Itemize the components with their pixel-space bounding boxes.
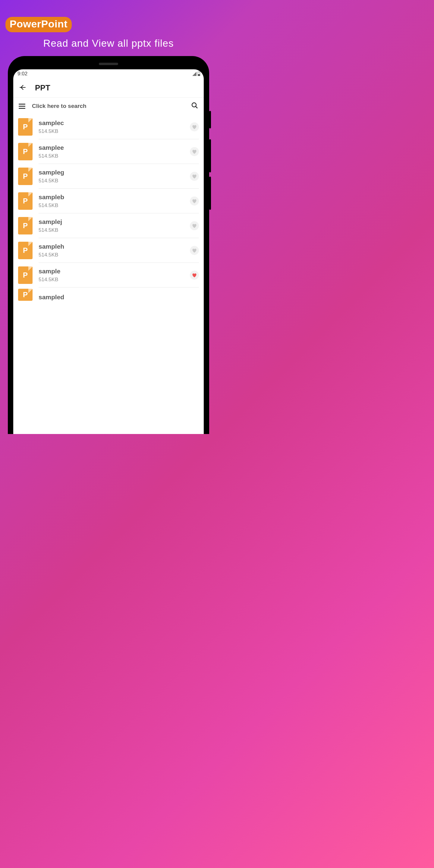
file-size: 514.5KB xyxy=(38,153,184,159)
search-placeholder[interactable]: Click here to search xyxy=(32,103,184,110)
file-list: P samplec 514.5KB P samplee 514.5KB xyxy=(13,115,204,301)
ppt-file-icon: P xyxy=(18,217,33,235)
file-name: samplej xyxy=(38,218,184,225)
svg-line-1 xyxy=(196,107,198,108)
battery-icon xyxy=(198,72,200,76)
file-name: sampleg xyxy=(38,169,184,176)
ppt-file-icon: P xyxy=(18,167,33,185)
app-badge-text: PowerPoint xyxy=(10,18,67,30)
favorite-button[interactable] xyxy=(190,122,199,131)
file-item[interactable]: P samplee 514.5KB xyxy=(18,139,199,164)
file-name: sampleb xyxy=(38,193,184,201)
file-item[interactable]: P samplec 514.5KB xyxy=(18,115,199,139)
ppt-file-icon: P xyxy=(18,289,33,301)
ppt-file-icon: P xyxy=(18,118,33,135)
phone-side-button xyxy=(209,111,211,128)
svg-point-0 xyxy=(192,103,196,107)
favorite-button[interactable] xyxy=(190,271,199,280)
back-arrow-icon[interactable] xyxy=(19,84,27,93)
file-item[interactable]: P sampleg 514.5KB xyxy=(18,164,199,189)
file-item[interactable]: P sampleb 514.5KB xyxy=(18,189,199,213)
file-item[interactable]: P samplej 514.5KB xyxy=(18,213,199,238)
file-size: 514.5KB xyxy=(38,128,184,134)
file-size: 514.5KB xyxy=(38,203,184,209)
file-item[interactable]: P sampleh 514.5KB xyxy=(18,238,199,263)
file-size: 514.5KB xyxy=(38,252,184,258)
hamburger-icon[interactable] xyxy=(19,104,25,109)
app-bar: PPT xyxy=(13,79,204,98)
file-name: sampleh xyxy=(38,243,184,250)
status-bar: 9:02 xyxy=(13,69,204,79)
favorite-button[interactable] xyxy=(190,221,199,230)
phone-frame: 9:02 PPT Click here to search P xyxy=(8,56,209,434)
status-indicators xyxy=(192,72,200,76)
search-icon[interactable] xyxy=(191,102,198,110)
file-size: 514.5KB xyxy=(38,178,184,184)
status-time: 9:02 xyxy=(17,71,27,77)
file-name: samplec xyxy=(38,119,184,127)
phone-speaker xyxy=(99,63,118,65)
ppt-file-icon: P xyxy=(18,143,33,160)
favorite-button[interactable] xyxy=(190,172,199,181)
appbar-title: PPT xyxy=(35,83,50,93)
signal-icon xyxy=(192,72,196,76)
file-size: 514.5KB xyxy=(38,277,184,283)
phone-screen: 9:02 PPT Click here to search P xyxy=(13,69,204,434)
file-name: samplee xyxy=(38,144,184,151)
search-row[interactable]: Click here to search xyxy=(13,98,204,115)
file-name: sampled xyxy=(38,293,199,301)
file-size: 514.5KB xyxy=(38,227,184,233)
headline-text: Read and View all pptx files xyxy=(0,38,217,49)
phone-side-button xyxy=(209,139,211,173)
phone-side-button xyxy=(209,177,211,210)
ppt-file-icon: P xyxy=(18,242,33,259)
file-item[interactable]: P sample 514.5KB xyxy=(18,263,199,287)
file-name: sample xyxy=(38,268,184,275)
ppt-file-icon: P xyxy=(18,267,33,284)
favorite-button[interactable] xyxy=(190,147,199,156)
favorite-button[interactable] xyxy=(190,196,199,206)
file-item[interactable]: P sampled xyxy=(18,287,199,301)
app-badge: PowerPoint xyxy=(5,17,72,32)
ppt-file-icon: P xyxy=(18,192,33,210)
favorite-button[interactable] xyxy=(190,246,199,255)
